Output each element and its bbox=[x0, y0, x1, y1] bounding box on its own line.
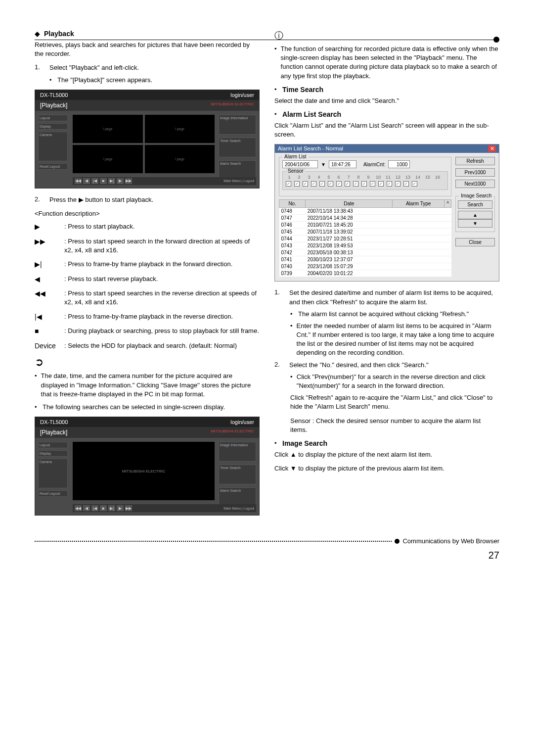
stop-button[interactable]: ■ bbox=[100, 178, 107, 184]
table-row[interactable]: 07452007/11/18 13:39:02 bbox=[279, 229, 451, 236]
image-search-t2: Click ▼ to display the picture of the pr… bbox=[274, 464, 499, 473]
refresh-button[interactable]: Refresh bbox=[455, 157, 495, 165]
cell-no: 0743 bbox=[279, 242, 306, 249]
down-button[interactable]: ▼ bbox=[458, 219, 492, 228]
prev-button[interactable]: Prev1000 bbox=[455, 168, 495, 177]
playback-icon: ◀ bbox=[35, 275, 54, 284]
up-button[interactable]: ▲ bbox=[458, 211, 492, 219]
table-row[interactable]: 07432023/12/08 19:49:53 bbox=[279, 242, 451, 249]
date-input[interactable] bbox=[282, 160, 318, 168]
sensor-number: 2 bbox=[296, 175, 303, 180]
fast-fwd-button[interactable]: ▶▶ bbox=[125, 505, 132, 511]
rstep-num-1: 1. bbox=[274, 288, 282, 306]
table-row[interactable]: 07462010/07/21 18:45:20 bbox=[279, 222, 451, 229]
rstep2-p1: Click "Refresh" again to re-acquire the … bbox=[290, 393, 499, 411]
sensor-checkbox[interactable]: ✓ bbox=[345, 181, 350, 187]
close-icon[interactable]: ✕ bbox=[488, 145, 496, 152]
th-type[interactable]: Alarm Type bbox=[393, 200, 445, 208]
table-row[interactable]: 07402023/12/08 15:07:29 bbox=[279, 263, 451, 270]
sensor-number: 7 bbox=[345, 175, 352, 180]
table-row[interactable]: 07392004/02/20 10:01:22 bbox=[279, 270, 451, 277]
fast-fwd-button[interactable]: ▶▶ bbox=[125, 178, 132, 184]
back-button[interactable]: ◀ bbox=[83, 505, 90, 511]
table-row[interactable]: 07412030/10/23 12:37:07 bbox=[279, 256, 451, 263]
sensor-checkbox[interactable]: ✓ bbox=[412, 181, 417, 187]
time-input[interactable] bbox=[329, 160, 356, 168]
icon-description: : Press to start playback. bbox=[64, 222, 260, 232]
shot-side-layout: Layout bbox=[38, 115, 68, 121]
bullet: • bbox=[35, 403, 39, 412]
sensor-checkbox[interactable]: ✓ bbox=[395, 181, 400, 187]
sensor-checkbox[interactable]: ✓ bbox=[353, 181, 358, 187]
sensor-legend: Sensor bbox=[286, 168, 306, 174]
bullet: • bbox=[35, 372, 37, 399]
dropdown-icon[interactable]: ▼ bbox=[321, 162, 326, 167]
cell-scroll bbox=[445, 222, 451, 229]
icon-description: : Press to start speed search in the for… bbox=[64, 237, 260, 255]
sensor-checkbox[interactable]: ✓ bbox=[378, 181, 384, 187]
sensor-checkbox[interactable]: ✓ bbox=[370, 181, 375, 187]
step-fwd-button[interactable]: ▶| bbox=[108, 178, 115, 184]
cell-type bbox=[393, 215, 445, 222]
shot-side-display: Display bbox=[38, 123, 68, 130]
sensor-checkbox[interactable]: ✓ bbox=[286, 181, 291, 187]
playback-icon: ▶| bbox=[35, 260, 54, 270]
th-no[interactable]: No. bbox=[279, 200, 306, 208]
shot-side-reset: Reset Layout bbox=[38, 163, 68, 170]
icon-description: : Press to frame-by-frame playback in th… bbox=[64, 312, 260, 322]
cell-type bbox=[393, 222, 445, 229]
warning-text: The function of searching for recorded p… bbox=[281, 45, 499, 81]
play-button[interactable]: ▶ bbox=[117, 178, 124, 184]
sensor-checkbox[interactable]: ✓ bbox=[319, 181, 325, 187]
page-top-dot bbox=[493, 37, 499, 43]
cell-no: 0748 bbox=[279, 208, 306, 215]
table-row[interactable]: 07422023/05/18 00:38:13 bbox=[279, 249, 451, 256]
cell-scroll bbox=[445, 208, 451, 215]
cell-date: 2023/05/18 00:38:13 bbox=[306, 249, 393, 256]
sensor-checkbox[interactable]: ✓ bbox=[361, 181, 367, 187]
rewind-button[interactable]: ◀◀ bbox=[75, 178, 82, 184]
search-button[interactable]: Search bbox=[458, 200, 492, 209]
section-diamond: ◆ bbox=[35, 30, 40, 38]
cell-type bbox=[393, 229, 445, 236]
shot-side-camera: Camera bbox=[38, 459, 68, 488]
alarm-cnt-input[interactable] bbox=[388, 160, 410, 168]
sensor-checkbox[interactable]: ✓ bbox=[294, 181, 300, 187]
play-button[interactable]: ▶ bbox=[117, 505, 124, 511]
close-button[interactable]: Close bbox=[455, 238, 495, 246]
next-button[interactable]: Next1000 bbox=[455, 180, 495, 188]
dotted-line bbox=[35, 541, 392, 542]
sensor-checkbox[interactable]: ✓ bbox=[328, 181, 333, 187]
sensor-checkbox[interactable]: ✓ bbox=[403, 181, 409, 187]
th-date[interactable]: Date bbox=[306, 200, 393, 208]
table-row[interactable]: 07442023/11/27 10:28:51 bbox=[279, 236, 451, 242]
alarm-list-search-dialog: Alarm List Search - Normal ✕ Alarm List … bbox=[274, 144, 499, 282]
table-row[interactable]: 07482007/11/18 13:38:43 bbox=[279, 208, 451, 215]
sensor-checkbox[interactable]: ✓ bbox=[387, 181, 392, 187]
table-row[interactable]: 07472022/10/14 14:34:28 bbox=[279, 215, 451, 222]
stop-button[interactable]: ■ bbox=[100, 505, 107, 511]
cell-scroll bbox=[445, 215, 451, 222]
playback-icon: ◀◀ bbox=[35, 289, 54, 307]
icon-description: : Press to frame-by frame playback in th… bbox=[64, 260, 260, 270]
sensor-checkbox[interactable]: ✓ bbox=[336, 181, 342, 187]
alarm-cnt-label: AlarmCnt: bbox=[363, 162, 385, 167]
sensor-checkbox[interactable]: ✓ bbox=[303, 181, 308, 187]
step-back-button[interactable]: |◀ bbox=[91, 178, 98, 184]
sensor-checkbox[interactable]: ✓ bbox=[311, 181, 316, 187]
image-search-head: Image Search bbox=[282, 439, 327, 447]
rewind-button[interactable]: ◀◀ bbox=[75, 505, 82, 511]
cell-date: 2023/12/08 15:07:29 bbox=[306, 263, 393, 270]
footer-text: Communications by Web Browser bbox=[402, 537, 499, 545]
step-fwd-button[interactable]: ▶| bbox=[108, 505, 115, 511]
shot-brand: MITSUBISHI ELECTRIC bbox=[211, 429, 254, 436]
back-button[interactable]: ◀ bbox=[83, 178, 90, 184]
rstep2-b1: Click "Prev(number)" for a search in the… bbox=[297, 373, 499, 390]
cell-date: 2010/07/21 18:45:20 bbox=[306, 222, 393, 229]
bullet: • bbox=[49, 76, 53, 85]
playback-icon: ▶▶ bbox=[35, 237, 54, 255]
time-search-head: Time Search bbox=[282, 86, 323, 94]
step-back-button[interactable]: |◀ bbox=[91, 505, 98, 511]
cell-type bbox=[393, 249, 445, 256]
playback-icon: ■ bbox=[35, 327, 54, 336]
